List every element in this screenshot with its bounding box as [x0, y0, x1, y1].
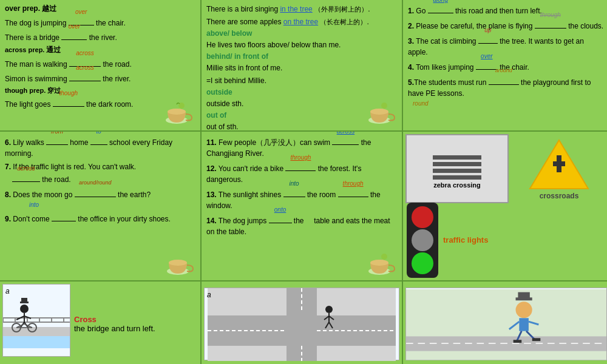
intersection-scene-box: a: [204, 288, 399, 360]
blank-across-road: across: [12, 172, 40, 185]
svg-rect-14: [433, 169, 481, 173]
item-14-dog-jumps: 14. The dog jumps onto the table and eat…: [206, 214, 397, 237]
line-simon-swimming: Simon is swimming across the river.: [5, 72, 195, 84]
svg-rect-60: [518, 292, 529, 300]
teacup-decoration: [164, 101, 198, 128]
cell-bot-mid: a: [202, 281, 402, 364]
cell-bot-left: a: [0, 281, 200, 364]
line-some-apples: There are some apples on the tree （长在树上的…: [206, 16, 397, 27]
letter-a-bot-left: a: [5, 287, 10, 295]
svg-rect-13: [433, 162, 481, 166]
zebra-crossing-box: zebra crossing: [405, 134, 509, 203]
blank-around-round: around: [489, 75, 519, 88]
blank-along: along: [428, 4, 453, 16]
svg-rect-15: [433, 175, 481, 180]
zebra-crossing-label: zebra crossing: [433, 181, 481, 189]
line-bridge: There is a bridge over the river.: [5, 30, 195, 43]
blank-through-forest: through: [285, 161, 316, 174]
bridge-scene-box: a: [2, 284, 70, 357]
cell-top-left: over prep. 越过 The dog is jumping over th…: [0, 0, 200, 130]
item-1-go-along: 1. Go along this road and then turn left…: [408, 4, 605, 16]
line-millie: Millie sits in front of me.: [206, 62, 397, 73]
teacup-decoration-3: [166, 252, 199, 279]
tl-yellow-circle: [412, 229, 433, 251]
blank-around-round-2: around/round: [75, 187, 116, 200]
though-prep-title: though prep. 穿过: [5, 86, 195, 95]
svg-rect-12: [433, 155, 481, 160]
crossroads-svg: [527, 137, 591, 192]
blank-across-river: across: [332, 135, 359, 148]
item-3-cat-climbing: 3. The cat is climbing up the tree. It w…: [408, 34, 605, 58]
crossroads-label: crossroads: [540, 192, 579, 200]
into-sublabel: into: [29, 200, 195, 209]
svg-point-58: [516, 302, 532, 318]
teacup-decoration-2: [367, 101, 401, 128]
above-below-title: above/ below: [206, 29, 397, 38]
blank-though: though: [53, 97, 84, 110]
line-sit-behind: =I sit behind Millie.: [206, 75, 397, 86]
crossroads-sign-box: crossroads: [511, 134, 607, 203]
traffic-light-visual: [407, 203, 438, 278]
letter-a-bot-mid: a: [207, 291, 211, 299]
svg-point-1: [168, 109, 186, 115]
cell-top-mid: There is a bird singing in the tree （外界到…: [202, 0, 402, 130]
blank-from: from: [46, 135, 68, 148]
blank-into-room: into: [283, 187, 305, 200]
cell-mid-left: 6. Lily walks from home to school every …: [0, 132, 200, 280]
teacup-decoration-4: [367, 252, 401, 279]
blank-across-2: across: [69, 72, 101, 84]
behind-infront-title: behind/ in front of: [206, 52, 397, 61]
line-floors: He lives two floors above/ below than me…: [206, 39, 397, 50]
svg-point-10: [381, 254, 387, 260]
cross-word: Cross: [74, 315, 198, 324]
blank-up: up: [478, 34, 498, 47]
svg-point-7: [169, 260, 187, 266]
svg-rect-66: [514, 340, 522, 343]
item-8-moon: 8. Does the moon go around/round the ear…: [5, 187, 195, 209]
bridge-caption-text: the bridge and turn left.: [74, 324, 198, 333]
item-9-office: 9. Don't come the office in your dirty s…: [5, 212, 195, 224]
tl-red-circle: [412, 206, 433, 228]
blank-into-office: [52, 212, 76, 224]
item-13-sunlight: 13. The sunlight shines into the room th…: [206, 187, 397, 211]
blank-to: to: [90, 135, 107, 148]
item-2-through-clouds: 2. Please be careful, the plane is flyin…: [408, 19, 605, 32]
svg-point-29: [20, 305, 29, 313]
svg-rect-61: [519, 318, 529, 331]
line-dog-jumping: The dog is jumping over the chair.: [5, 16, 195, 29]
svg-point-9: [370, 260, 388, 266]
cell-mid-mid: 11. Few people（几乎没人）can swim across the …: [202, 132, 402, 280]
cell-mid-right: zebra crossing crossroads traffic lights: [403, 132, 607, 280]
svg-rect-31: [21, 298, 27, 303]
svg-point-49: [325, 306, 333, 313]
over-prep-title: over prep. 越过: [5, 4, 195, 14]
walking-scene-svg: [406, 288, 606, 361]
bridge-scene-svg: [3, 285, 70, 357]
blank-through-clouds: through: [535, 19, 566, 32]
svg-point-5: [381, 103, 387, 109]
blank-through-window: through: [338, 187, 368, 200]
line-bird-singing: There is a bird singing in the tree （外界到…: [206, 4, 397, 15]
blank-onto: onto: [269, 214, 292, 226]
over-prep-section: over prep. 越过 The dog is jumping over th…: [5, 4, 195, 43]
round-label: round: [413, 99, 605, 108]
traffic-lights-label: traffic lights: [443, 235, 488, 244]
traffic-lights-row: traffic lights: [405, 206, 607, 275]
outside-title: outside: [206, 88, 397, 96]
item-5-students-run: 5.The students must run around the playg…: [408, 75, 605, 108]
intersection-svg: [205, 288, 399, 361]
cell-bot-right: [403, 281, 607, 364]
item-6-lily-walks: 6. Lily walks from home to school every …: [5, 135, 195, 159]
svg-point-4: [370, 109, 388, 115]
cell-top-right: 1. Go along this road and then turn left…: [403, 0, 607, 130]
svg-rect-18: [557, 155, 561, 172]
zebra-crossing-svg: [430, 148, 484, 181]
svg-rect-67: [532, 338, 541, 341]
walking-scene-box: [405, 288, 607, 360]
signs-top-row: zebra crossing crossroads: [405, 134, 607, 203]
bridge-caption: Cross the bridge and turn left.: [74, 284, 198, 364]
across-prep-section: across prep. 通过 The man is walking acros…: [5, 45, 195, 84]
svg-rect-28: [3, 336, 70, 348]
tl-green-circle: [412, 252, 433, 274]
blank-over-2: over: [61, 30, 87, 43]
